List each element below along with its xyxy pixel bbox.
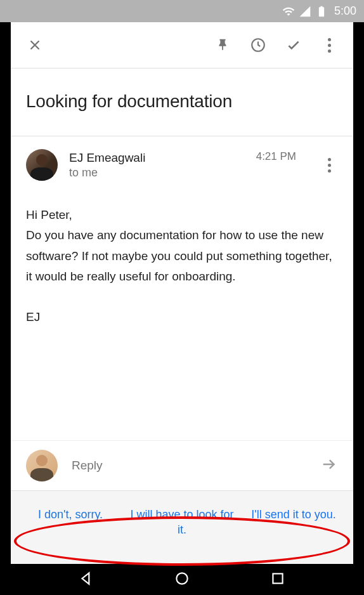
back-icon bbox=[78, 570, 94, 587]
nav-back-button[interactable] bbox=[78, 570, 94, 589]
message-greeting: Hi Peter, bbox=[26, 205, 338, 225]
cell-signal-icon bbox=[299, 5, 311, 18]
smart-reply-2[interactable]: I will have to look for it. bbox=[126, 502, 238, 542]
sender-avatar[interactable] bbox=[26, 149, 58, 181]
nav-home-button[interactable] bbox=[174, 570, 190, 589]
message-body: Hi Peter, Do you have any documentation … bbox=[11, 186, 353, 440]
sender-recipients[interactable]: to me bbox=[69, 166, 245, 180]
message-menu-button[interactable] bbox=[314, 150, 344, 180]
clock-icon bbox=[250, 37, 266, 53]
home-icon bbox=[174, 570, 190, 587]
send-icon bbox=[320, 455, 338, 476]
status-bar: 5:00 bbox=[0, 0, 364, 22]
smart-reply-3[interactable]: I'll send it to you. bbox=[238, 502, 349, 542]
more-vert-icon bbox=[328, 158, 331, 173]
toolbar bbox=[11, 22, 353, 68]
reply-placeholder: Reply bbox=[72, 459, 306, 473]
nav-recents-button[interactable] bbox=[270, 570, 286, 589]
recents-icon bbox=[270, 570, 286, 587]
battery-icon bbox=[315, 5, 328, 18]
email-subject: Looking for documentation bbox=[26, 91, 338, 112]
android-nav-bar bbox=[0, 564, 364, 595]
close-icon bbox=[27, 37, 43, 53]
message-signoff: EJ bbox=[26, 307, 338, 327]
message-paragraph: Do you have any documentation for how to… bbox=[26, 225, 338, 287]
self-avatar bbox=[26, 450, 58, 481]
snooze-button[interactable] bbox=[243, 30, 273, 60]
wifi-icon bbox=[282, 5, 295, 18]
svg-point-1 bbox=[176, 573, 187, 584]
more-vert-icon bbox=[328, 38, 331, 53]
svg-rect-2 bbox=[273, 573, 283, 583]
status-time: 5:00 bbox=[334, 4, 356, 18]
close-button[interactable] bbox=[20, 30, 50, 60]
sender-name: EJ Emeagwali bbox=[69, 151, 245, 165]
check-icon bbox=[285, 37, 302, 53]
overflow-menu-button[interactable] bbox=[314, 30, 344, 60]
pin-button[interactable] bbox=[207, 30, 238, 60]
message-time: 4:21 PM bbox=[256, 149, 296, 163]
reply-row[interactable]: Reply bbox=[11, 440, 353, 490]
done-button[interactable] bbox=[278, 30, 309, 60]
smart-reply-bar: I don't, sorry. I will have to look for … bbox=[11, 490, 353, 564]
pin-icon bbox=[216, 38, 230, 52]
smart-reply-1[interactable]: I don't, sorry. bbox=[15, 502, 126, 542]
